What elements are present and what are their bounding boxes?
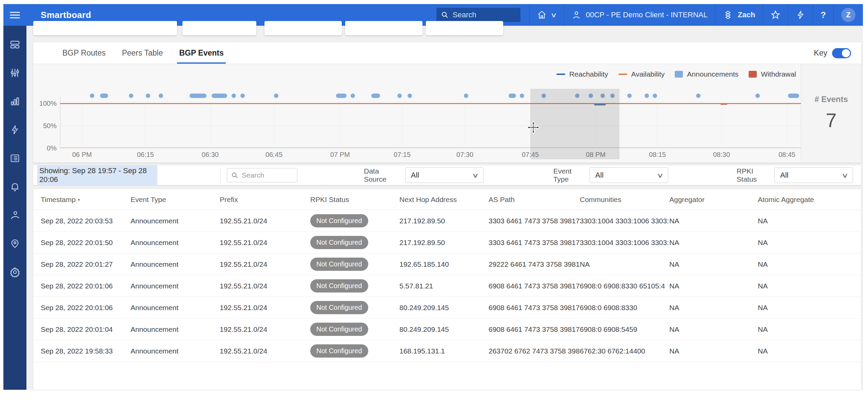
user-section[interactable]: Zach: [715, 4, 763, 26]
data-source-select[interactable]: All ∨: [405, 167, 484, 183]
table-cell: 192.55.21.0/24: [220, 217, 310, 225]
rpki-status-badge: Not Configured: [310, 323, 368, 336]
column-header[interactable]: Timestamp▾: [41, 196, 131, 204]
rpki-status-badge: Not Configured: [310, 344, 368, 358]
star-icon[interactable]: [770, 10, 781, 20]
table-cell-rpki: Not Configured: [310, 214, 399, 227]
chevron-down-icon[interactable]: ∨: [550, 11, 557, 19]
table-row[interactable]: Sep 28, 2022 19:58:33Announcement192.55.…: [33, 340, 861, 362]
table-cell-rpki: Not Configured: [310, 258, 399, 271]
column-header[interactable]: Aggregator: [669, 196, 758, 204]
legend-item[interactable]: Reachability: [556, 70, 608, 78]
table-cell: NA: [758, 260, 861, 268]
avatar[interactable]: Z: [841, 8, 855, 22]
rpki-status-badge: Not Configured: [310, 236, 368, 249]
time-selection-overlay[interactable]: [530, 89, 619, 159]
rpki-status-badge: Not Configured: [310, 258, 368, 271]
column-header[interactable]: RPKI Status: [310, 196, 399, 204]
legend-swatch: [749, 71, 757, 78]
rpki-status-select[interactable]: All ∨: [774, 167, 853, 183]
gear-icon[interactable]: [9, 266, 21, 278]
announcement-marker: [509, 94, 516, 98]
table-cell: NA: [669, 260, 758, 268]
table-cell: NA: [758, 239, 861, 247]
menu-icon[interactable]: [3, 12, 26, 18]
search-placeholder: Search: [242, 171, 264, 179]
table-row[interactable]: Sep 28, 2022 20:01:50Announcement192.55.…: [33, 232, 861, 254]
bar-chart-icon[interactable]: [9, 96, 21, 107]
x-tick-label: 07:30: [456, 151, 473, 159]
tenant-section[interactable]: 00CP - PE Demo Client - INTERNAL: [564, 4, 715, 26]
dashboard-icon[interactable]: [9, 39, 21, 50]
event-type-select[interactable]: All ∨: [590, 167, 668, 183]
chart-plot[interactable]: 06 PM06:1506:3006:4507 PM07:1507:3007:45…: [60, 103, 801, 148]
table-row[interactable]: Sep 28, 2022 20:01:06Announcement192.55.…: [33, 297, 861, 319]
table-cell: Announcement: [131, 282, 220, 290]
key-toggle[interactable]: [832, 48, 851, 58]
table-row[interactable]: Sep 28, 2022 20:01:27Announcement192.55.…: [33, 254, 861, 275]
divider: [220, 168, 221, 182]
announcement-marker: [129, 94, 133, 98]
data-source-value: All: [411, 171, 419, 180]
lightning-icon[interactable]: [796, 10, 805, 20]
sliders-icon[interactable]: [9, 67, 21, 79]
legend-item[interactable]: Announcements: [675, 70, 738, 78]
x-tick-label: 07 PM: [330, 151, 350, 159]
table-row[interactable]: Sep 28, 2022 20:03:53Announcement192.55.…: [33, 210, 861, 232]
table-row[interactable]: Sep 28, 2022 20:01:06Announcement192.55.…: [33, 275, 861, 297]
column-header[interactable]: AS Path: [489, 196, 580, 204]
x-tick-label: 06:45: [265, 151, 282, 159]
table-cell: NA: [580, 260, 669, 268]
location-icon[interactable]: [9, 238, 21, 249]
data-source-label: Data Source: [364, 167, 400, 183]
table-cell-rpki: Not Configured: [310, 301, 399, 314]
column-header[interactable]: Event Type: [131, 196, 220, 204]
x-tick-label: 06 PM: [72, 151, 92, 159]
chevron-down-icon: ∨: [656, 171, 664, 179]
table-cell: 29222 6461 7473 3758 3981…: [489, 260, 580, 268]
legend-label: Withdrawal: [761, 70, 796, 78]
bell-icon[interactable]: [9, 181, 21, 193]
column-header[interactable]: Next Hop Address: [399, 196, 489, 204]
column-header[interactable]: Atomic Aggregate: [758, 196, 861, 204]
table-cell: Sep 28, 2022 20:01:50: [41, 239, 131, 247]
toggle-knob: [842, 49, 850, 57]
home-icon[interactable]: [537, 10, 547, 20]
legend-item[interactable]: Availability: [618, 70, 665, 78]
lightning-icon[interactable]: [9, 124, 21, 136]
table-row[interactable]: Sep 28, 2022 20:01:04Announcement192.55.…: [33, 319, 861, 340]
legend-item[interactable]: Withdrawal: [749, 70, 796, 78]
tab-bgp-routes[interactable]: BGP Routes: [54, 42, 114, 64]
gridline-vertical: [340, 103, 340, 148]
y-tick-label: 50%: [43, 122, 57, 130]
table-cell: 192.55.21.0/24: [220, 282, 310, 290]
topbar-search-input[interactable]: Search: [436, 8, 520, 22]
table-cell: 192.55.21.0/24: [220, 260, 310, 268]
person-icon[interactable]: [9, 209, 21, 221]
summary-card: [264, 21, 342, 35]
table-cell: 192.65.185.140: [399, 260, 489, 268]
list-box-icon[interactable]: [9, 153, 21, 164]
table-cell: 6762:30 6762:14400: [580, 347, 669, 355]
move-cursor-icon: [527, 121, 540, 135]
tab-bgp-events[interactable]: BGP Events: [171, 42, 232, 64]
legend-label: Reachability: [569, 70, 608, 78]
legend-swatch: [675, 71, 683, 78]
column-header[interactable]: Communities: [580, 196, 669, 204]
help-icon[interactable]: ?: [821, 10, 826, 20]
summary-card: [345, 21, 422, 35]
table-cell: Announcement: [131, 239, 220, 247]
table-cell: 5.57.81.21: [399, 282, 489, 290]
summary-card: [426, 21, 503, 35]
gridline-vertical: [82, 103, 82, 148]
bgp-events-chart[interactable]: ReachabilityAvailabilityAnnouncementsWit…: [33, 64, 801, 162]
announcement-marker: [627, 94, 632, 98]
home-section: ∨: [529, 4, 564, 26]
table-search-input[interactable]: Search: [227, 168, 298, 182]
app-title: Smartboard: [41, 10, 91, 20]
user-name: Zach: [738, 11, 755, 19]
column-header[interactable]: Prefix: [220, 196, 310, 204]
column-header-label: AS Path: [489, 196, 515, 204]
announcement-marker: [190, 94, 206, 98]
tab-peers-table[interactable]: Peers Table: [114, 42, 171, 64]
